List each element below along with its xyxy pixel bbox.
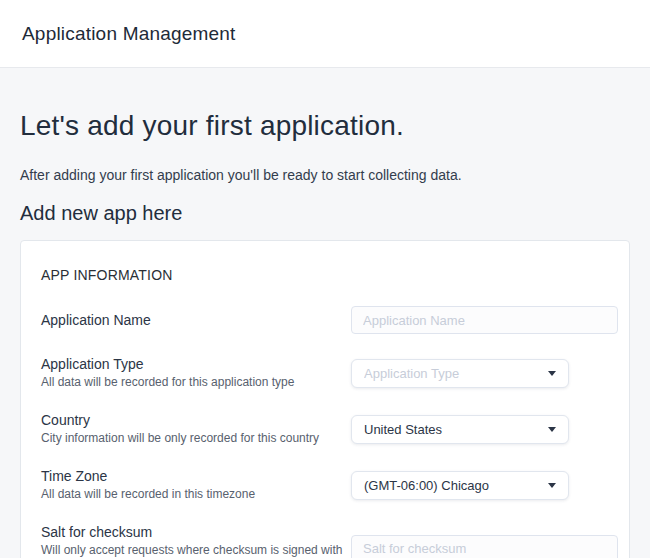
chevron-down-icon <box>548 427 556 432</box>
chevron-down-icon <box>548 371 556 376</box>
field-meta: Salt for checksum Will only accept reque… <box>41 524 351 558</box>
country-select-value: United States <box>364 422 540 437</box>
form-row-salt-for-checksum: Salt for checksum Will only accept reque… <box>41 524 616 558</box>
field-control: (GMT-06:00) Chicago <box>351 471 618 500</box>
field-control: United States <box>351 415 618 444</box>
application-type-select-value: Application Type <box>364 366 540 381</box>
intro-heading: Let's add your first application. <box>20 108 630 144</box>
page-header: Application Management <box>0 0 650 68</box>
time-zone-description: All data will be recorded in this timezo… <box>41 487 346 502</box>
country-select[interactable]: United States <box>351 415 569 444</box>
chevron-down-icon <box>548 483 556 488</box>
application-type-description: All data will be recorded for this appli… <box>41 375 346 390</box>
page-title: Application Management <box>22 23 236 45</box>
field-meta: Time Zone All data will be recorded in t… <box>41 468 351 502</box>
main-content: Let's add your first application. After … <box>0 108 650 558</box>
country-description: City information will be only recorded f… <box>41 431 346 446</box>
field-meta: Application Type All data will be record… <box>41 356 351 390</box>
app-information-header: APP INFORMATION <box>41 266 616 284</box>
country-label: Country <box>41 412 351 429</box>
field-control <box>351 306 618 334</box>
form-row-application-name: Application Name <box>41 306 616 334</box>
form-row-application-type: Application Type All data will be record… <box>41 356 616 390</box>
application-type-label: Application Type <box>41 356 351 373</box>
field-meta: Application Name <box>41 312 351 329</box>
time-zone-select[interactable]: (GMT-06:00) Chicago <box>351 471 569 500</box>
add-app-section-title: Add new app here <box>20 200 630 226</box>
field-meta: Country City information will be only re… <box>41 412 351 446</box>
form-row-time-zone: Time Zone All data will be recorded in t… <box>41 468 616 502</box>
intro-subheading: After adding your first application you'… <box>20 166 630 184</box>
field-control <box>351 535 618 558</box>
field-control: Application Type <box>351 359 618 388</box>
form-row-country: Country City information will be only re… <box>41 412 616 446</box>
app-information-card: APP INFORMATION Application Name Applica… <box>20 240 630 558</box>
salt-for-checksum-label: Salt for checksum <box>41 524 351 541</box>
salt-for-checksum-description: Will only accept requests where checksum… <box>41 543 346 558</box>
time-zone-select-value: (GMT-06:00) Chicago <box>364 478 540 493</box>
time-zone-label: Time Zone <box>41 468 351 485</box>
application-name-label: Application Name <box>41 312 351 329</box>
application-type-select[interactable]: Application Type <box>351 359 569 388</box>
salt-for-checksum-input[interactable] <box>351 535 618 558</box>
application-name-input[interactable] <box>351 306 618 334</box>
